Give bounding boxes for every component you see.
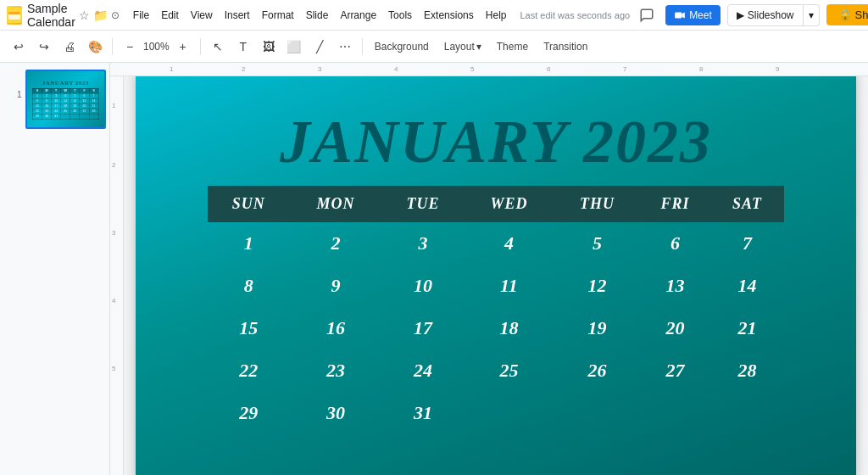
day-6: 6 (640, 222, 711, 265)
day-12: 12 (554, 265, 639, 307)
day-16: 16 (289, 307, 382, 349)
calendar-week-5: 29 30 31 (209, 392, 784, 434)
lines-button[interactable]: ╱ (308, 35, 331, 59)
image-button[interactable]: 🖼 (257, 35, 281, 59)
folder-icon[interactable]: 📁 (93, 8, 108, 22)
zoom-in-button[interactable]: + (171, 35, 195, 59)
redo-button[interactable]: ↪ (32, 35, 56, 59)
header-mon: MON (289, 187, 382, 222)
layout-button[interactable]: Layout ▾ (437, 38, 488, 55)
top-bar: Sample Calendar ☆ 📁 ⊙ File Edit View Ins… (0, 0, 868, 31)
share-button[interactable]: 🔒 Share (826, 4, 868, 25)
day-7: 7 (710, 222, 783, 265)
day-15: 15 (209, 307, 290, 349)
day-25: 25 (464, 349, 555, 392)
slideshow-dropdown-button[interactable]: ▾ (804, 4, 820, 26)
ruler-mark-6: 6 (547, 65, 550, 73)
day-5: 5 (554, 222, 639, 265)
day-23: 23 (289, 349, 382, 392)
day-29: 29 (209, 392, 290, 434)
day-17: 17 (382, 307, 464, 349)
toolbar: ↩ ↪ 🖨 🎨 − 100% + ↖ T 🖼 ⬜ ╱ ⋯ Background … (0, 31, 868, 63)
day-empty-2 (554, 392, 639, 434)
day-26: 26 (554, 349, 639, 392)
svg-marker-4 (682, 12, 685, 18)
svg-rect-3 (675, 12, 682, 18)
slides-panel: 1 JANUARY 2023 SMTWTFS 1234567 891011121… (0, 63, 110, 475)
menu-insert[interactable]: Insert (220, 8, 255, 23)
zoom-value[interactable]: 100% (143, 41, 170, 53)
last-edit: Last edit was seconds ago (520, 10, 630, 20)
calendar-header-row: SUN MON TUE WED THU FRI SAT (209, 187, 784, 222)
ruler-mark-5: 5 (470, 65, 474, 73)
header-fri: FRI (640, 187, 711, 222)
zoom-area: − 100% + (118, 35, 195, 59)
menu-file[interactable]: File (128, 8, 154, 23)
header-thu: THU (554, 187, 639, 222)
day-10: 10 (382, 265, 464, 307)
slide-thumbnail-1[interactable]: JANUARY 2023 SMTWTFS 1234567 89101112131… (25, 70, 106, 129)
menu-view[interactable]: View (186, 8, 218, 23)
calendar-header: SUN MON TUE WED THU FRI SAT (209, 187, 784, 222)
day-11: 11 (464, 265, 555, 307)
day-14: 14 (710, 265, 783, 307)
shapes-button[interactable]: ⬜ (282, 35, 306, 59)
toolbar-separator-3 (362, 38, 363, 55)
slideshow-button[interactable]: ▶ Slideshow (727, 4, 804, 26)
zoom-out-button[interactable]: − (118, 35, 142, 59)
meet-button[interactable]: Meet (665, 5, 721, 25)
day-22: 22 (209, 349, 290, 392)
more-button[interactable]: ⋯ (333, 35, 357, 59)
ruler-left-1: 1 (112, 102, 115, 109)
comments-button[interactable] (635, 3, 659, 27)
ruler-mark-8: 8 (699, 65, 703, 73)
header-tue: TUE (382, 187, 464, 222)
day-24: 24 (382, 349, 464, 392)
background-button[interactable]: Background (368, 38, 436, 55)
slide-number-label: 1 (17, 90, 22, 99)
menu-help[interactable]: Help (481, 8, 512, 23)
svg-rect-2 (8, 12, 20, 14)
calendar-week-2: 8 9 10 11 12 13 14 (209, 265, 784, 307)
calendar-week-4: 22 23 24 25 26 27 28 (209, 349, 784, 392)
theme-button[interactable]: Theme (490, 38, 535, 55)
ruler-mark-7: 7 (623, 65, 626, 73)
text-button[interactable]: T (231, 35, 255, 59)
history-icon[interactable]: ⊙ (111, 9, 120, 21)
menu-tools[interactable]: Tools (383, 8, 417, 23)
day-3: 3 (382, 222, 464, 265)
day-13: 13 (640, 265, 711, 307)
menu-slide[interactable]: Slide (301, 8, 334, 23)
day-28: 28 (710, 349, 783, 392)
app-icon (7, 6, 22, 25)
day-2: 2 (289, 222, 382, 265)
calendar-table: SUN MON TUE WED THU FRI SAT (208, 186, 784, 434)
menu-edit[interactable]: Edit (156, 8, 184, 23)
cursor-button[interactable]: ↖ (206, 35, 230, 59)
calendar-body: 1 2 3 4 5 6 7 8 9 (209, 222, 784, 435)
menu-arrange[interactable]: Arrange (335, 8, 381, 23)
day-21: 21 (710, 307, 783, 349)
slide-canvas[interactable]: JANUARY 2023 SUN MON TUE WED THU FRI (124, 76, 868, 475)
slideshow-button-group: ▶ Slideshow ▾ (727, 4, 820, 26)
star-icon[interactable]: ☆ (79, 8, 90, 22)
ruler-mark-4: 4 (394, 65, 398, 73)
ruler-mark-3: 3 (318, 65, 321, 73)
menu-format[interactable]: Format (257, 8, 299, 23)
paint-format-button[interactable]: 🎨 (83, 35, 107, 59)
transition-button[interactable]: Transition (537, 38, 594, 55)
thumb-content: JANUARY 2023 SMTWTFS 1234567 89101112131… (27, 71, 104, 127)
header-sun: SUN (209, 187, 290, 222)
toolbar-separator-1 (112, 38, 113, 55)
slide[interactable]: JANUARY 2023 SUN MON TUE WED THU FRI (136, 76, 856, 475)
print-button[interactable]: 🖨 (58, 35, 81, 59)
day-31: 31 (382, 392, 464, 434)
header-wed: WED (464, 187, 555, 222)
thumb-table: SMTWTFS 1234567 891011121314 15161718192… (32, 88, 99, 120)
menu-extensions[interactable]: Extensions (419, 8, 479, 23)
day-empty-1 (464, 392, 555, 434)
ruler-left: 1 2 3 4 5 (110, 76, 124, 475)
day-27: 27 (640, 349, 711, 392)
undo-button[interactable]: ↩ (7, 35, 31, 59)
day-19: 19 (554, 307, 639, 349)
